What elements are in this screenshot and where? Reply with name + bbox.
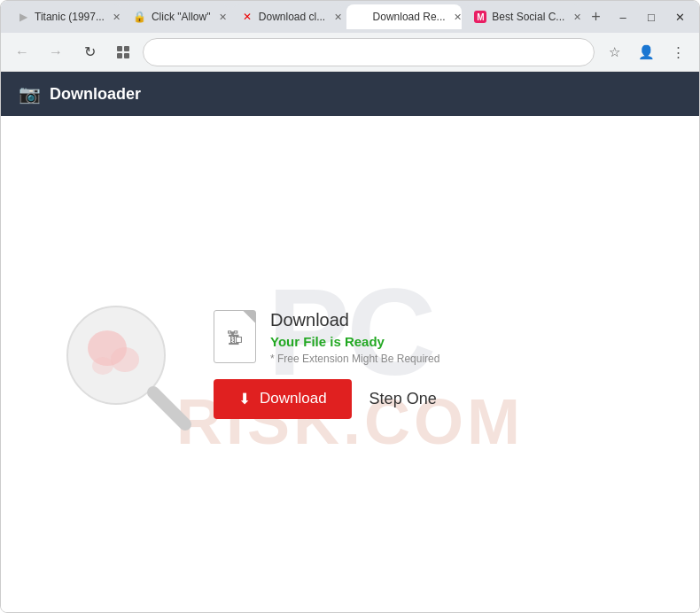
new-tab-button[interactable]: +: [585, 4, 607, 29]
tab-allow-icon: 🔒: [134, 11, 146, 23]
close-button[interactable]: ✕: [667, 4, 692, 29]
tab-social-close[interactable]: ✕: [570, 10, 581, 24]
svg-point-8: [92, 357, 113, 375]
file-icon-zip: 🗜: [227, 330, 243, 348]
tab-download-re-label: Download Re...: [373, 11, 446, 23]
step-one-label: Step One: [369, 390, 437, 408]
maximize-button[interactable]: □: [639, 4, 664, 29]
extensions-icon: [116, 45, 130, 59]
address-input[interactable]: [154, 45, 583, 58]
app-header: 📷 Downloader: [1, 72, 699, 116]
download-title: Download: [270, 310, 439, 330]
download-note: * Free Extension Might Be Required: [270, 353, 439, 365]
svg-rect-2: [117, 53, 122, 58]
tab-download-re-close[interactable]: ✕: [451, 10, 463, 24]
forward-button[interactable]: →: [42, 38, 70, 66]
reload-button[interactable]: ↻: [75, 38, 104, 66]
tab-allow[interactable]: 🔒 Click "Allow" ✕: [125, 4, 229, 29]
download-button[interactable]: ⬇ Download: [214, 379, 352, 419]
menu-button[interactable]: ⋮: [664, 38, 692, 66]
tab-download-cl[interactable]: ✕ Download cl... ✕: [232, 4, 343, 29]
download-card: 🗜 Download Your File is Ready * Free Ext…: [214, 310, 439, 419]
nav-bar: ← → ↻ ☆ 👤 ⋮: [1, 33, 699, 72]
profile-button[interactable]: 👤: [632, 38, 660, 66]
svg-line-5: [153, 392, 185, 424]
tab-titanic-label: Titanic (1997...: [35, 11, 105, 23]
download-ready-label: Your File is Ready: [270, 334, 439, 349]
file-icon: 🗜: [214, 310, 256, 363]
tab-titanic-close[interactable]: ✕: [110, 10, 121, 24]
tab-titanic[interactable]: ▶ Titanic (1997... ✕: [8, 4, 121, 29]
svg-rect-3: [124, 53, 129, 58]
extensions-button[interactable]: [109, 38, 137, 66]
svg-point-7: [111, 347, 139, 372]
tab-social[interactable]: M Best Social C... ✕: [465, 4, 581, 29]
download-actions: ⬇ Download Step One: [214, 379, 439, 419]
window-controls: – □ ✕: [611, 4, 692, 29]
tab-allow-close[interactable]: ✕: [215, 10, 228, 24]
search-illustration: [54, 293, 196, 435]
bookmark-button[interactable]: ☆: [600, 38, 628, 66]
tab-download-cl-close[interactable]: ✕: [331, 10, 342, 24]
download-btn-icon: ⬇: [238, 390, 251, 408]
tab-allow-label: Click "Allow": [152, 11, 211, 23]
tab-download-re[interactable]: Download Re... ✕: [346, 4, 463, 29]
download-info: Download Your File is Ready * Free Exten…: [270, 310, 439, 365]
tab-download-cl-label: Download cl...: [259, 11, 325, 23]
app-header-title: Downloader: [50, 85, 141, 104]
title-bar: ▶ Titanic (1997... ✕ 🔒 Click "Allow" ✕ ✕…: [1, 1, 699, 33]
svg-rect-1: [124, 46, 129, 51]
svg-rect-0: [117, 46, 122, 51]
tab-social-icon: M: [474, 11, 486, 23]
back-button[interactable]: ←: [8, 38, 36, 66]
main-area: PC RISK.COM 🗜: [1, 116, 699, 612]
address-bar[interactable]: [143, 38, 595, 66]
nav-actions: ☆ 👤 ⋮: [600, 38, 692, 66]
browser-frame: ▶ Titanic (1997... ✕ 🔒 Click "Allow" ✕ ✕…: [0, 0, 700, 613]
download-btn-label: Download: [260, 390, 327, 407]
tab-download-re-icon: [355, 11, 368, 23]
tab-titanic-icon: ▶: [17, 11, 29, 23]
page-content: 📷 Downloader PC RISK.COM: [1, 72, 699, 612]
tab-social-label: Best Social C...: [492, 11, 564, 23]
download-card-top: 🗜 Download Your File is Ready * Free Ext…: [214, 310, 439, 365]
downloader-icon: 📷: [19, 83, 41, 105]
minimize-button[interactable]: –: [611, 4, 635, 29]
tab-download-cl-icon: ✕: [241, 11, 253, 23]
